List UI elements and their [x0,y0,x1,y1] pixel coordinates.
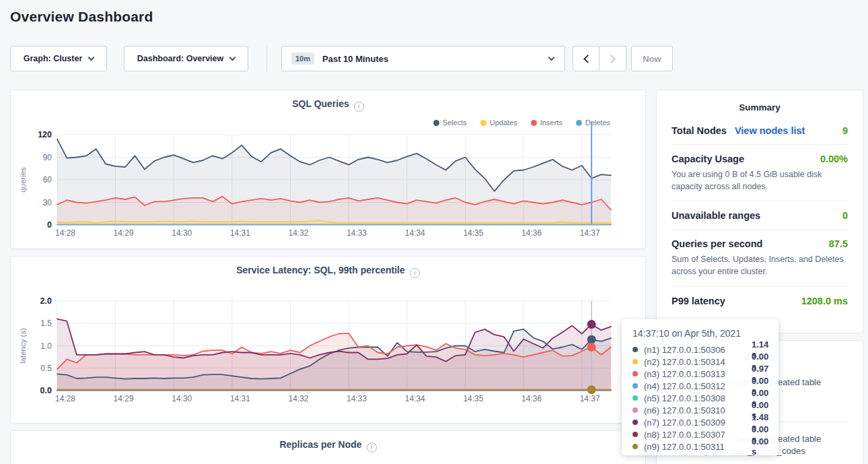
y-tick-label: 0.5 [40,364,52,373]
replicas-per-node-chart-card[interactable]: Replicas per Node [10,430,646,464]
summary-description: You are using 0 B of 4.5 GiB usable disk… [672,168,848,193]
y-tick-label: 0 [47,220,52,230]
summary-description: Sum of Selects, Updates, Inserts, and De… [672,253,848,277]
x-tick-label: 14:29 [114,394,134,403]
series-dot-icon [632,420,638,425]
info-icon[interactable] [367,442,377,453]
summary-value: 0.00% [820,154,848,164]
time-next-button[interactable] [600,46,626,71]
x-tick-label: 14:28 [55,394,75,403]
tooltip-node-address: (n5) 127.0.0.1:50308 [644,393,752,403]
dashboard-dropdown[interactable]: Dashboard: Overview [124,46,248,71]
x-tick-label: 14:30 [172,394,192,403]
y-tick-label: 2.0 [40,296,52,306]
hover-point-dot [587,335,596,344]
summary-value: 87.5 [829,238,848,249]
summary-value: 1208.0 ms [801,296,848,306]
y-tick-label: 60 [43,175,52,185]
tooltip-row: (n2) 127.0.0.1:503140.00 s [632,356,769,368]
summary-label: Capacity Usage [672,154,744,164]
chart-title-text: Replicas per Node [279,439,361,450]
x-tick-label: 14:35 [463,394,483,403]
x-tick-label: 14:35 [463,228,483,238]
time-range-label: Past 10 Minutes [322,54,388,64]
summary-row: Total NodesView nodes list9 [672,117,848,144]
y-tick-label: 0.0 [40,386,52,395]
hover-point-dot [587,320,596,329]
page-title: Overview Dashboard [10,9,153,25]
series-dot-icon [632,407,638,413]
x-tick-label: 14:33 [347,228,367,238]
time-prev-button[interactable] [573,46,600,71]
x-tick-label: 14:37 [580,394,600,403]
y-axis-label: latency (s) [19,328,27,364]
tooltip-row: (n5) 127.0.0.1:503080.00 s [632,392,769,404]
x-tick-label: 14:34 [405,228,425,238]
series-dot-icon [632,359,638,364]
tooltip-row: (n1) 127.0.0.1:503061.14 s [632,343,769,356]
tooltip-time: 14:37:10 [632,328,670,339]
graph-dropdown[interactable]: Graph: Cluster [10,46,107,71]
y-tick-label: 120 [38,130,52,139]
series-dot-icon [632,432,638,437]
summary-panel: Summary Total NodesView nodes list9Capac… [656,90,863,333]
summary-label: Unavailable ranges [672,210,760,221]
tooltip-date: on Apr 5th, 2021 [672,328,741,339]
summary-value: 9 [842,125,848,136]
service-latency-chart[interactable]: 14:2814:2914:3014:3114:3214:3314:3414:35… [11,257,645,423]
x-tick-label: 14:37 [580,228,600,238]
x-tick-label: 14:29 [114,228,134,238]
series-dot-icon [632,395,638,401]
summary-label: Total Nodes [672,125,727,136]
x-tick-label: 14:33 [347,394,367,403]
tooltip-row: (n6) 127.0.0.1:503100.00 s [632,404,769,416]
sql-queries-chart-card[interactable]: SQL Queries SelectsUpdatesInsertsDeletes… [10,90,646,249]
time-range-badge: 10m [291,53,314,65]
chevron-down-icon [88,54,95,61]
tooltip-timestamp: 14:37:10 on Apr 5th, 2021 [632,328,769,339]
series-dot-icon [632,383,638,389]
chevron-left-icon [583,55,592,63]
x-tick-label: 14:31 [230,394,250,403]
series-dot-icon [632,444,638,449]
tooltip-row: (n3) 127.0.0.1:503130.97 s [632,368,769,380]
summary-body: Total NodesView nodes list9Capacity Usag… [657,112,863,314]
x-tick-label: 14:36 [521,228,542,238]
summary-label: Queries per second [672,238,762,249]
sql-queries-chart[interactable]: 14:2814:2914:3014:3114:3214:3314:3414:35… [11,90,645,248]
summary-row: P99 latency1208.0 ms [672,286,848,314]
tooltip-row: (n9) 127.0.0.1:503110.00 s [632,440,769,453]
summary-row: Queries per second87.5Sum of Selects, Up… [672,229,848,286]
x-tick-label: 14:28 [55,228,75,238]
chevron-down-icon [229,54,236,61]
tooltip-row: (n7) 127.0.0.1:503091.48 s [632,416,769,428]
tooltip-node-address: (n6) 127.0.0.1:50310 [644,405,752,416]
x-tick-label: 14:34 [405,394,425,403]
hover-point-dot [587,343,596,352]
x-tick-label: 14:32 [289,394,309,403]
x-tick-label: 14:32 [289,228,309,238]
summary-label: P99 latency [672,296,725,306]
replicas-per-node-chart-title: Replicas per Node [11,439,645,453]
tooltip-row: (n4) 127.0.0.1:503120.00 s [632,380,769,392]
x-tick-label: 14:36 [521,394,542,403]
service-latency-chart-card[interactable]: Service Latency: SQL, 99th percentile 14… [10,256,646,424]
graph-dropdown-label: Graph: Cluster [24,54,83,63]
view-nodes-list-link[interactable]: View nodes list [735,125,805,136]
tooltip-node-value: 0.00 s [752,436,769,457]
y-tick-label: 1.0 [40,341,52,351]
time-range-dropdown[interactable]: 10m Past 10 Minutes [281,46,565,71]
time-nav-group [573,46,626,71]
now-button[interactable]: Now [631,46,673,71]
tooltip-node-address: (n8) 127.0.0.1:50307 [644,430,752,440]
tooltip-row: (n8) 127.0.0.1:503070.00 s [632,428,769,440]
tooltip-node-address: (n2) 127.0.0.1:50314 [644,357,752,367]
series-dot-icon [632,371,638,376]
chevron-right-icon [607,55,616,63]
series-dot-icon [632,347,638,352]
summary-title: Summary [657,90,863,112]
chart-hover-tooltip: 14:37:10 on Apr 5th, 2021 (n1) 127.0.0.1… [622,319,779,455]
dashboard-dropdown-label: Dashboard: Overview [137,54,224,63]
y-tick-label: 90 [43,153,52,162]
summary-value: 0 [842,210,848,221]
